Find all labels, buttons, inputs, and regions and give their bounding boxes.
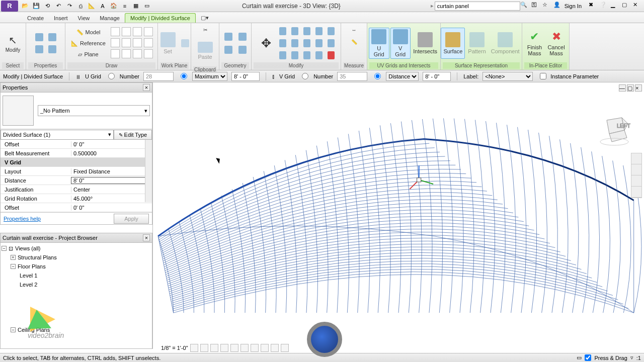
pattern-rep-btn[interactable]: Pattern [466, 28, 488, 59]
v-spacing-input[interactable] [423, 72, 451, 81]
model-line-btn[interactable]: 📏 Model [69, 27, 108, 37]
tab-insert[interactable]: Insert [49, 14, 73, 23]
cut-btn[interactable]: ✂ [200, 24, 211, 35]
v-dist-radio[interactable] [374, 73, 381, 79]
v-grid-btn[interactable]: V Grid [390, 28, 411, 59]
cancel-mass-btn[interactable]: ✖Cancel Mass [545, 28, 567, 59]
rendering-icon[interactable] [230, 344, 238, 352]
search-icon[interactable]: 🔍 [520, 2, 529, 11]
u-number-radio[interactable] [108, 73, 115, 79]
label-select[interactable]: <None> [482, 72, 533, 81]
exchange-icon[interactable]: ✖ [589, 2, 598, 11]
array-btn[interactable] [313, 38, 325, 49]
polygon-tool-icon[interactable] [133, 27, 142, 36]
property-row[interactable]: Offset0' 0" [1, 140, 152, 149]
help-icon[interactable]: ❔ [600, 2, 609, 11]
scale-btn[interactable] [326, 38, 337, 49]
ref-line-btn[interactable]: 📐 Reference [69, 38, 108, 48]
measure-btn[interactable]: 📏 [349, 36, 360, 47]
detail-level-icon[interactable] [190, 344, 198, 352]
u-grid-btn[interactable]: U Grid [369, 28, 389, 59]
mirror-draw-btn[interactable] [313, 26, 325, 37]
v-number-radio[interactable] [302, 73, 308, 79]
sync-icon[interactable]: ⟲ [42, 1, 52, 11]
properties-grid[interactable]: Offset0' 0"Belt Measurement0.500000V Gri… [1, 140, 152, 212]
family-category-btn[interactable] [46, 44, 58, 55]
tree-level-1[interactable]: Level 1 [2, 271, 151, 280]
trim-btn[interactable] [289, 38, 300, 49]
intersects-btn[interactable]: Intersects [412, 28, 439, 59]
show-workplane-btn[interactable] [179, 38, 191, 49]
split-face-btn[interactable] [236, 44, 249, 55]
unlock-3d-icon[interactable] [261, 344, 269, 352]
shadows-icon[interactable] [220, 344, 228, 352]
pattern-dropdown[interactable]: _No Pattern▾ [38, 105, 150, 116]
text-qat-icon[interactable]: A [98, 1, 108, 11]
delete-btn[interactable] [326, 50, 337, 61]
visual-style-icon[interactable] [200, 344, 208, 352]
props-scrollbar[interactable] [145, 140, 152, 202]
close-props-icon[interactable]: × [143, 84, 150, 91]
v-spacing-mode[interactable]: Distance [386, 72, 419, 81]
ref-plane-btn[interactable]: ▱ Plane [69, 49, 108, 59]
copy-btn[interactable] [277, 50, 288, 61]
redo-icon[interactable]: ↷ [64, 1, 74, 11]
tree-structural-plans[interactable]: +Structural Plans [2, 253, 151, 262]
v-number-input[interactable] [337, 72, 367, 81]
u-max-radio[interactable] [181, 73, 187, 79]
close-browser-icon[interactable]: × [143, 234, 150, 241]
vp-maximize-icon[interactable]: ▢ [627, 84, 634, 92]
u-spacing-mode[interactable]: Maximum [192, 72, 227, 81]
ellipse-tool-icon[interactable] [122, 49, 131, 58]
ribbon-options-icon[interactable]: ▢▾ [196, 13, 214, 23]
pan-icon[interactable] [631, 164, 641, 175]
mirror-axis-btn[interactable] [301, 26, 312, 37]
tree-views[interactable]: −⊡ Views (all) [2, 244, 151, 253]
filter-icon[interactable]: ▿ [630, 354, 633, 361]
split-btn[interactable] [326, 26, 337, 37]
navigation-bar[interactable] [631, 153, 642, 198]
instance-dropdown[interactable]: Divided Surface (1)▾ [1, 130, 114, 140]
zoom-icon[interactable] [631, 175, 641, 187]
vp-close-icon[interactable]: × [635, 84, 642, 92]
tab-view[interactable]: View [73, 14, 95, 23]
search-input[interactable] [435, 2, 520, 11]
home-icon[interactable]: 🏠 [109, 1, 119, 11]
viewcube[interactable]: LEFT [597, 113, 632, 148]
properties-help-link[interactable]: Properties help [4, 216, 41, 222]
paste-btn[interactable]: Paste [195, 35, 215, 66]
surface-rep-btn[interactable]: Surface [441, 28, 465, 59]
aligned-dim-btn[interactable]: ↔ [349, 24, 360, 35]
tree-level-2[interactable]: Level 2 [2, 280, 151, 289]
save-icon[interactable]: 💾 [31, 1, 41, 11]
tab-manage[interactable]: Manage [95, 14, 125, 23]
minimize-icon[interactable]: ▁ [611, 2, 620, 11]
sign-in-link[interactable]: Sign In [565, 3, 582, 9]
tree-ceiling-plans[interactable]: −Ceiling Plans [2, 325, 151, 334]
tab-modify-divided-surface[interactable]: Modify | Divided Surface [125, 13, 196, 23]
property-row[interactable]: JustificationCenter [1, 185, 152, 194]
arc3-tool-icon[interactable] [133, 38, 142, 47]
vp-minimize-icon[interactable]: — [619, 84, 626, 92]
circle-tool-icon[interactable] [144, 27, 153, 36]
key-icon[interactable]: ⚿ [531, 2, 540, 11]
tab-create[interactable]: Create [22, 14, 49, 23]
rotate-btn[interactable] [277, 38, 288, 49]
property-row[interactable]: Grid Rotation45.000° [1, 194, 152, 203]
align-btn[interactable] [277, 26, 288, 37]
tree-floor-plans[interactable]: −Floor Plans [2, 262, 151, 271]
thin-lines-icon[interactable]: ≡ [120, 1, 130, 11]
star-icon[interactable]: ☆ [542, 2, 551, 11]
crop-region-icon[interactable] [251, 344, 259, 352]
modify-tool[interactable]: ↖Modify [3, 28, 23, 59]
press-drag-check[interactable] [585, 354, 591, 361]
u-number-input[interactable] [143, 72, 174, 81]
temp-hide-icon[interactable] [271, 344, 279, 352]
join-btn[interactable] [222, 44, 234, 55]
open-icon[interactable]: 📂 [20, 1, 30, 11]
maximize-icon[interactable]: ▢ [622, 2, 631, 11]
app-logo[interactable] [1, 1, 18, 12]
edit-type-btn[interactable]: ✎ Edit Type [114, 130, 152, 140]
user-icon[interactable]: 👤 [553, 2, 562, 11]
type-properties-btn[interactable] [46, 32, 58, 43]
